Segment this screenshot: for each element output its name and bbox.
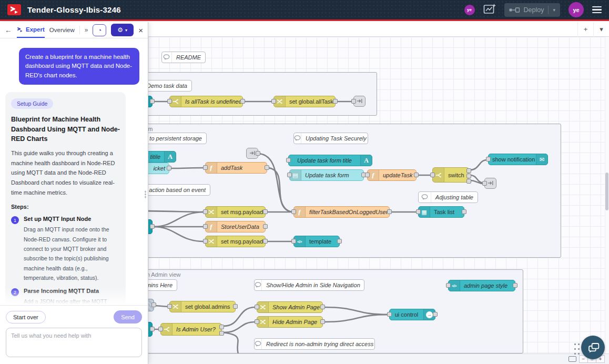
port-in[interactable] <box>430 173 435 177</box>
port-out[interactable] <box>233 304 238 309</box>
scrollbar-thumb[interactable] <box>605 173 608 210</box>
flow-node-task-list[interactable]: ▦ Task list <box>418 206 464 218</box>
deploy-button[interactable]: Deploy ▾ <box>504 3 560 17</box>
port-out[interactable] <box>320 319 325 324</box>
comment-demo-task-data[interactable]: Demo task data <box>148 80 192 92</box>
port-out[interactable] <box>263 239 268 244</box>
port-out-1[interactable] <box>466 168 471 173</box>
flow-node-update-task-form-title[interactable]: Update task form title A <box>288 155 372 166</box>
flow-node-clipped[interactable] <box>148 96 153 107</box>
port-out[interactable] <box>256 151 260 156</box>
settings-dropdown-button[interactable]: ⚙ ▾ <box>111 24 134 36</box>
flow-node-link-out[interactable] <box>484 178 496 189</box>
comment-action-based-on-event[interactable]: action based on event <box>148 184 210 196</box>
flow-node-clipped[interactable] <box>148 219 153 234</box>
port-out[interactable] <box>150 224 155 229</box>
usage-pie-button[interactable]: ◔ <box>93 24 106 36</box>
port-out[interactable] <box>387 209 392 214</box>
user-avatar[interactable]: ye <box>569 2 584 17</box>
navigator-toggle-icon[interactable] <box>569 356 576 362</box>
flow-node-form-titile[interactable]: m titile A <box>148 151 176 163</box>
assistant-chat-button[interactable] <box>581 336 605 359</box>
port-in[interactable] <box>271 99 276 104</box>
canvas-vertical-scrollbar[interactable] <box>605 37 609 353</box>
flow-node-update-task-form[interactable]: ▤ Update task form <box>289 169 364 181</box>
port-in[interactable] <box>286 158 291 163</box>
flow-list-button[interactable]: ▾ <box>593 22 609 37</box>
port-out[interactable] <box>265 165 269 170</box>
port-in[interactable] <box>365 173 370 177</box>
port-in[interactable] <box>351 99 356 104</box>
flow-node-is-alltask-undefined[interactable]: Is allTask is undefined <box>169 96 243 107</box>
port-in[interactable] <box>203 239 208 244</box>
tab-expert[interactable]: Expert <box>17 22 45 38</box>
deploy-caret-icon[interactable]: ▾ <box>553 7 555 13</box>
close-panel-icon[interactable]: × <box>138 26 143 35</box>
flow-node-show-admin-page[interactable]: Show Admin Page <box>257 301 323 313</box>
chat-input[interactable] <box>6 328 142 357</box>
flow-node-addtask[interactable]: ƒ addTask <box>205 162 267 174</box>
port-in[interactable] <box>291 239 296 244</box>
flow-node-ui-control[interactable]: ui control → <box>389 309 435 320</box>
port-in[interactable] <box>203 209 208 214</box>
port-out-1[interactable] <box>219 325 224 329</box>
comment-adjusting-table[interactable]: Adjusting table <box>418 191 478 203</box>
port-out-2[interactable] <box>466 174 471 178</box>
wires[interactable] <box>148 37 609 364</box>
port-in[interactable] <box>291 209 296 214</box>
comment-redirect-non-admin[interactable]: Redirect is non-admin trying direct acce… <box>254 338 375 350</box>
collaborator-avatar[interactable]: ye <box>464 5 475 15</box>
start-over-button[interactable]: Start over <box>6 311 46 323</box>
flow-node-updatetask[interactable]: ƒ updateTask <box>367 169 417 181</box>
port-out[interactable] <box>151 302 156 307</box>
main-menu-icon[interactable] <box>592 6 602 14</box>
comment-updating-task-securely[interactable]: Updating Task Securely <box>293 133 368 144</box>
port-out[interactable] <box>150 99 155 104</box>
chat-scroll-area[interactable]: Create a blueprint for a machine health … <box>0 38 148 305</box>
port-out[interactable] <box>462 209 466 214</box>
flow-node-is-admin-user[interactable]: Is Admin User? <box>160 323 222 336</box>
port-out[interactable] <box>337 239 342 244</box>
port-out[interactable] <box>333 99 338 104</box>
flow-node-show-notification[interactable]: show notification ✉ <box>488 154 548 165</box>
ai-editor-icon[interactable] <box>483 3 496 17</box>
port-out[interactable] <box>150 327 155 331</box>
flow-node-filtertask[interactable]: ƒ filterTaskBasedOnLoggedUser <box>293 206 390 218</box>
port-in[interactable] <box>203 165 208 170</box>
port-in[interactable] <box>287 173 292 177</box>
port-in[interactable] <box>482 181 487 186</box>
port-in[interactable] <box>203 224 208 229</box>
flow-node-set-msg-payload-2[interactable]: set msg.payload <box>205 236 266 247</box>
tab-overview[interactable]: Overview <box>49 22 75 38</box>
flow-node-ticket[interactable]: icket <box>148 163 169 174</box>
port-in[interactable] <box>255 319 259 324</box>
flow-node-switch[interactable]: switch <box>432 167 469 183</box>
flow-node-hide-admin-page[interactable]: Hide Admin Page <box>257 316 323 328</box>
flow-node-clipped[interactable] <box>148 322 153 337</box>
port-out-2[interactable] <box>219 331 224 336</box>
panel-resize-handle[interactable] <box>145 190 146 199</box>
port-out[interactable] <box>263 209 268 214</box>
drag-handle-dots[interactable] <box>573 342 580 355</box>
back-icon[interactable]: ← <box>5 26 12 34</box>
flow-node-clipped-inject[interactable] <box>148 299 154 311</box>
port-out[interactable] <box>240 99 245 104</box>
port-in[interactable] <box>167 304 172 309</box>
flow-node-set-global-admins[interactable]: set global.admins <box>169 301 236 312</box>
port-in[interactable] <box>158 327 163 331</box>
port-in[interactable] <box>255 305 259 309</box>
comment-persistent-storage[interactable]: sk to persistent storage <box>148 133 207 144</box>
port-out[interactable] <box>263 224 268 229</box>
flowfuse-logo-icon[interactable] <box>7 4 21 15</box>
flow-canvas[interactable]: ystem stem Admin view <box>148 37 609 364</box>
port-in[interactable] <box>416 209 421 214</box>
port-in[interactable] <box>486 157 491 161</box>
port-in[interactable] <box>446 283 451 288</box>
port-in[interactable] <box>167 99 172 104</box>
port-out[interactable] <box>414 173 419 177</box>
port-out-3[interactable] <box>466 179 471 184</box>
more-tabs-icon[interactable]: » <box>85 26 88 34</box>
flow-node-set-msg-payload-1[interactable]: set msg.payload <box>205 206 266 218</box>
flow-node-link-in[interactable] <box>246 148 258 159</box>
port-in[interactable] <box>387 312 392 317</box>
